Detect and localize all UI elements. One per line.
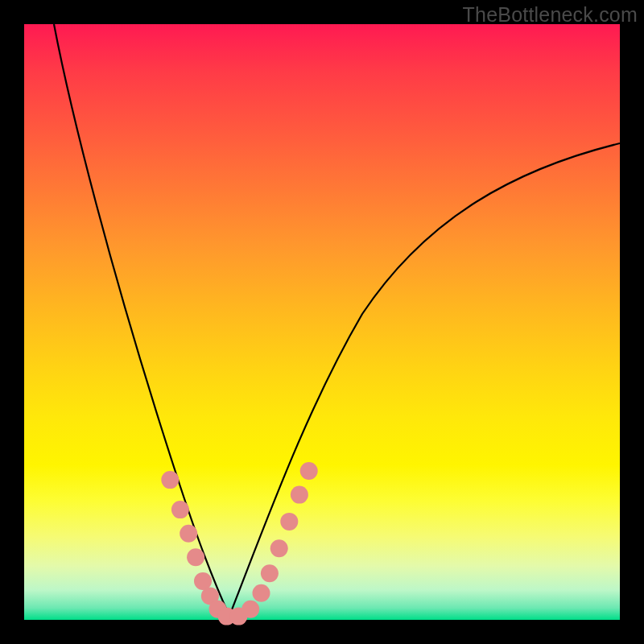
- frame: TheBottleneck.com: [0, 0, 644, 644]
- curve-right: [229, 143, 620, 616]
- plot-area: [24, 24, 620, 620]
- data-marker: [242, 601, 259, 618]
- chart-svg: [24, 24, 620, 620]
- data-marker: [253, 584, 270, 602]
- marker-group: [161, 462, 317, 625]
- data-marker: [300, 462, 318, 480]
- data-marker: [187, 548, 204, 566]
- data-marker: [171, 501, 189, 518]
- curve-left: [54, 24, 229, 616]
- data-marker: [270, 539, 288, 557]
- watermark-text: TheBottleneck.com: [463, 3, 638, 27]
- data-marker: [180, 525, 197, 543]
- data-marker: [291, 486, 308, 504]
- data-marker: [261, 564, 279, 582]
- data-marker: [280, 513, 298, 530]
- curve-group: [54, 24, 620, 616]
- data-marker: [161, 471, 179, 489]
